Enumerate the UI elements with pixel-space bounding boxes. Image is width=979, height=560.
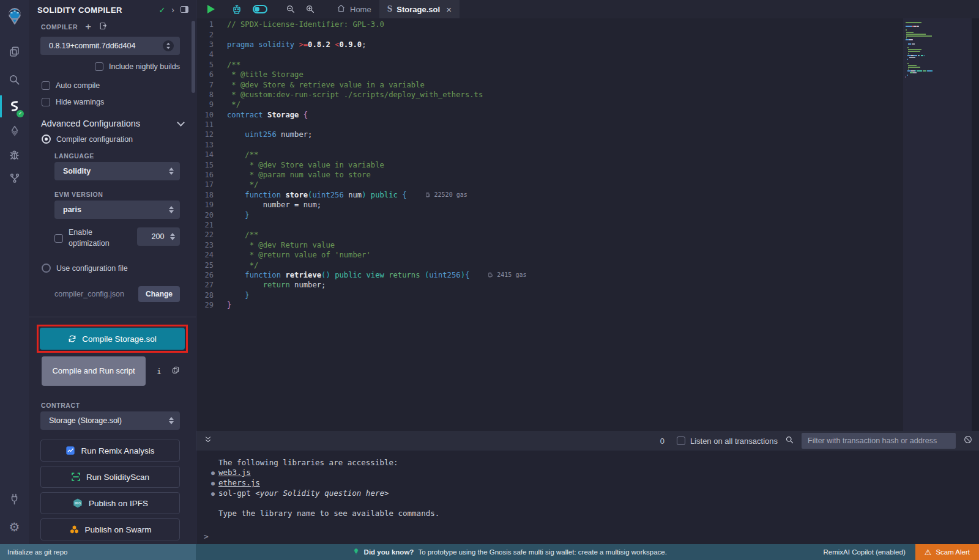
compile-button[interactable]: Compile Storage.sol [40,328,185,350]
clear-console-icon[interactable] [963,435,973,447]
contract-select[interactable]: Storage (Storage.sol) [40,411,180,430]
terminal-library-item[interactable]: ●ethers.js [196,478,979,488]
code-line-8[interactable]: 8 * @custom:dev-run-script ./scripts/dep… [196,90,903,100]
enable-optimization-row[interactable]: Enable optimization [54,227,128,249]
copilot-status[interactable]: RemixAI Copilot (enabled) [824,544,906,560]
close-tab-icon[interactable]: × [446,4,452,15]
collapse-terminal-icon[interactable] [204,435,212,446]
code-line-7[interactable]: 7 * @dev Store & retrieve value in a var… [196,79,903,89]
rail-item-solidity-compiler[interactable]: ✓ [0,94,29,119]
rail-item-deploy-run[interactable] [0,119,29,143]
number-stepper-icon[interactable] [170,233,175,240]
code-line-9[interactable]: 9 */ [196,100,903,109]
gas-estimate: 2415 gas [488,271,526,278]
code-line-3[interactable]: 3pragma solidity >=0.8.2 <0.9.0; [196,40,903,50]
code-line-18[interactable]: 18 function store(uint256 num) public {2… [196,190,903,200]
code-line-23[interactable]: 23 * @dev Return value [196,240,903,250]
code-line-16[interactable]: 16 * @param num value to store [196,170,903,180]
code-line-19[interactable]: 19 number = num; [196,200,903,210]
zoom-in-icon[interactable] [300,0,320,18]
code-line-6[interactable]: 6 * @title Storage [196,70,903,79]
auto-compile-checkbox[interactable] [42,81,50,90]
panel-scrollbar[interactable] [192,21,195,93]
transaction-filter-input[interactable] [802,433,956,449]
code-line-4[interactable]: 4 [196,50,903,59]
remix-ai-robot-icon[interactable] [226,0,248,18]
code-line-2[interactable]: 2 [196,29,903,39]
compiler-configuration-radio-row[interactable]: Compiler configuration [42,134,196,144]
info-icon[interactable]: i [157,367,162,376]
minimap[interactable] [903,18,972,431]
editor-scrollbar[interactable] [972,18,979,431]
tab-storage-sol[interactable]: S Storage.sol × [379,0,460,18]
language-select[interactable]: Solidity [54,162,180,180]
language-label: LANGUAGE [54,152,196,160]
use-config-file-radio[interactable] [42,263,51,273]
code-line-5[interactable]: 5/** [196,60,903,70]
optimization-checkbox[interactable] [54,234,63,243]
chevron-right-icon[interactable]: › [171,5,174,15]
code-editor[interactable]: 1// SPDX-License-Identifier: GPL-3.023pr… [196,18,903,431]
hide-warnings-checkbox[interactable] [42,98,50,106]
code-line-27[interactable]: 27 return number; [196,280,903,290]
rail-item-search[interactable] [0,67,29,92]
code-line-24[interactable]: 24 * @return value of 'number' [196,250,903,260]
gas-estimate: 22520 gas [425,191,467,198]
scam-alert-button[interactable]: ⚠ Scam Alert [915,544,979,560]
hide-warnings-row[interactable]: Hide warnings [42,98,196,106]
code-line-12[interactable]: 12 uint256 number; [196,130,903,139]
copy-icon[interactable] [171,366,180,377]
compiler-version-select[interactable]: 0.8.19+commit.7dd6d404 [40,37,180,55]
compiler-configuration-radio[interactable] [42,134,51,144]
code-line-25[interactable]: 25 */ [196,260,903,270]
publish-swarm-button[interactable]: Publish on Swarm [40,518,180,540]
code-line-10[interactable]: 10contract Storage { [196,110,903,120]
terminal-output[interactable]: The following libraries are accessible: … [196,451,979,544]
open-file-icon[interactable] [99,21,108,32]
zoom-out-icon[interactable] [281,0,300,18]
code-line-14[interactable]: 14 /** [196,150,903,160]
chart-icon [65,446,75,455]
rail-item-plugin-manager[interactable] [0,488,29,510]
run-script-play-button[interactable] [196,0,220,18]
listen-transactions-row[interactable]: Listen on all transactions [677,437,778,446]
code-line-1[interactable]: 1// SPDX-License-Identifier: GPL-3.0 [196,20,903,29]
compile-and-run-script-button[interactable]: Compile and Run script [42,356,146,386]
pin-panel-icon[interactable] [181,5,188,15]
copilot-toggle[interactable] [248,0,272,18]
publish-ipfs-button[interactable]: IPFSPublish on IPFS [40,492,180,514]
code-line-15[interactable]: 15 * @dev Store value in variable [196,160,903,169]
lightbulb-icon [352,548,360,556]
code-line-22[interactable]: 22 /** [196,230,903,240]
run-remix-analysis-button[interactable]: Run Remix Analysis [40,440,180,462]
optimization-runs-input[interactable]: 200 [137,227,180,246]
code-line-13[interactable]: 13 [196,140,903,150]
terminal-prompt[interactable]: > [204,532,209,542]
rail-item-debugger[interactable] [0,143,29,166]
rail-item-git[interactable] [0,166,29,190]
run-solidityscan-button[interactable]: Run SolidityScan [40,466,180,488]
rail-item-file-explorer[interactable] [0,39,29,64]
tab-home[interactable]: Home [329,0,379,18]
evm-version-select[interactable]: paris [54,201,180,219]
terminal-library-item[interactable]: ●web3.js [196,468,979,478]
auto-compile-row[interactable]: Auto compile [42,81,196,90]
code-line-20[interactable]: 20 } [196,210,903,219]
advanced-configurations-toggle[interactable]: Advanced Configurations [29,106,196,134]
use-configuration-file-row[interactable]: Use configuration file [42,263,196,273]
rail-item-settings[interactable]: ⚙ [0,516,29,538]
svg-text:IPFS: IPFS [75,502,81,505]
rail-item-remix-logo[interactable] [0,1,29,29]
code-line-29[interactable]: 29} [196,300,903,310]
change-config-button[interactable]: Change [138,286,180,302]
listen-transactions-checkbox[interactable] [677,437,685,445]
code-line-26[interactable]: 26 function retrieve() public view retur… [196,270,903,280]
code-line-17[interactable]: 17 */ [196,180,903,190]
nightly-builds-checkbox-row[interactable]: Include nightly builds [29,62,180,71]
git-init-segment[interactable]: Initialize as git repo [0,544,196,560]
add-compiler-icon[interactable]: + [85,21,91,33]
nightly-checkbox[interactable] [95,62,103,71]
code-line-11[interactable]: 11 [196,120,903,130]
code-line-28[interactable]: 28 } [196,290,903,300]
code-line-21[interactable]: 21 [196,220,903,230]
